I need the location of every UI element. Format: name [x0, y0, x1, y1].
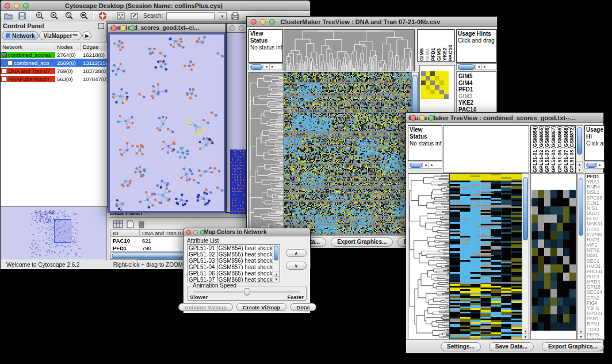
close-button[interactable] [111, 25, 117, 31]
gene-label: GIM5 [458, 73, 496, 80]
network-canvas-1[interactable] [108, 33, 225, 213]
delete-attribute-trash-icon[interactable] [136, 219, 147, 228]
treeview-button[interactable]: Export Graphics... [331, 237, 393, 247]
zoom-fit-button[interactable] [78, 12, 90, 21]
tv2-row-dendrogram[interactable] [408, 173, 450, 340]
scroll-left-icon[interactable]: ◂ [422, 162, 429, 168]
birdseye-view[interactable] [1, 206, 106, 259]
zoom-out-button[interactable] [35, 12, 45, 21]
scroll-up-icon[interactable]: ▴ [522, 328, 529, 334]
annotation-button[interactable] [129, 12, 140, 21]
toolbar-separator [93, 12, 94, 20]
new-attribute-icon[interactable] [125, 220, 135, 229]
network-table-row[interactable]: DNA and Tran 07 769(0) 183728(0) [1, 67, 107, 75]
tv2-column-labels[interactable]: GPL51-01 (GSM854)GPL51-02 (GSM855)GPL51-… [530, 125, 576, 173]
status-welcome: Welcome to Cytoscape 2.6.2 [6, 262, 80, 268]
tv1-row-dendrogram[interactable] [248, 72, 284, 237]
zoom-button[interactable] [200, 230, 205, 235]
id-column-header[interactable]: ID [111, 230, 140, 236]
open-file-button[interactable] [3, 12, 14, 21]
column-edges[interactable]: Edges [81, 43, 105, 51]
zoom-button[interactable] [129, 25, 135, 31]
tv2-gene-list[interactable]: PFD1YRA1RNR4MSL1SPC98CLN1NIS1BUD4ELG1MAK… [585, 173, 605, 340]
close-button[interactable] [230, 25, 235, 31]
minimize-button[interactable] [239, 25, 244, 31]
scroll-right-icon[interactable]: ▸ [429, 162, 435, 168]
tv2-column-dendrogram-area[interactable] [443, 125, 529, 173]
scroll-down-icon[interactable]: ▾ [522, 334, 529, 339]
tv1-hints-hscrollbar[interactable]: ◂▸ [456, 63, 497, 70]
scroll-left-icon[interactable]: ◂ [475, 64, 481, 70]
tv1-column-labels[interactable]: GIM5GIM4PFD1GIM3YKE2PAC10 [417, 29, 455, 62]
scroll-left-icon[interactable]: ◂ [263, 64, 269, 70]
usage-hints-heading: Usage Hi [585, 126, 604, 140]
column-nodes[interactable]: Nodes [55, 43, 81, 51]
close-button[interactable] [186, 230, 191, 235]
minimize-button[interactable] [260, 19, 266, 25]
zoom-in-button[interactable] [49, 12, 60, 21]
save-button[interactable] [17, 12, 27, 21]
dialog-button[interactable]: Animate Vizmap [178, 303, 233, 311]
attribute-list[interactable]: GPL51-01 (GSM854) heat shock 05 minGPL51… [187, 244, 280, 282]
main-titlebar[interactable]: Cytoscape Desktop (Session Name: collins… [1, 1, 310, 11]
tv1-column-dendrogram[interactable] [284, 29, 415, 71]
scroll-right-icon[interactable]: ▸ [269, 64, 276, 70]
attribute-list-vscrollbar[interactable]: ▴ ▾ [273, 245, 280, 282]
move-up-button[interactable]: ∧ [286, 249, 307, 257]
tv2-collabel-vscrollbar[interactable]: ▴ ▾ [576, 125, 583, 173]
treeview-button[interactable]: Save Data... [489, 342, 534, 351]
animation-speed-slider[interactable] [193, 292, 300, 293]
tv2-detail-heatmap[interactable] [531, 190, 576, 331]
tv1-status-hscrollbar[interactable]: ◂▸ [248, 63, 283, 70]
scroll-down-icon[interactable]: ▾ [273, 276, 280, 282]
scroll-right-icon[interactable]: ▸ [596, 162, 603, 168]
vizmap-button[interactable] [116, 12, 126, 21]
search-dropdown-icon[interactable]: ▾ [218, 12, 227, 20]
dialog-button[interactable]: Create Vizmap [236, 303, 286, 311]
scroll-right-icon[interactable]: ▸ [481, 64, 488, 70]
tv1-global-heatmap[interactable] [284, 72, 411, 237]
move-down-button[interactable]: ∨ [286, 262, 307, 270]
tv2-usage-hints: Usage Hi Click an [584, 125, 605, 161]
zoom-button[interactable] [23, 3, 29, 9]
resize-grip[interactable] [303, 306, 309, 312]
network-table-row[interactable]: combined_sco 2569(6) 13112(15) [1, 59, 107, 67]
network-table-row[interactable]: RNAPuberNov2+ 563(0) 107847(0) [1, 75, 107, 83]
minimize-button[interactable] [419, 115, 425, 121]
control-panel-tab[interactable]: ▶ [82, 31, 91, 40]
resize-grip[interactable] [596, 346, 603, 352]
tv2-detail-vscrollbar[interactable]: ▴ ▾ [577, 173, 584, 340]
report-button[interactable] [230, 12, 241, 21]
zoom-selected-button[interactable] [63, 12, 75, 21]
scroll-up-icon[interactable]: ▴ [576, 161, 583, 167]
scroll-down-icon[interactable]: ▾ [576, 167, 583, 173]
control-panel-tab[interactable]: Network [2, 31, 39, 40]
treeview-button[interactable]: Settings... [441, 342, 481, 351]
tv2-status-hscrollbar[interactable]: ◂▸ [408, 162, 442, 168]
help-lifesaver-button[interactable] [97, 12, 108, 21]
close-button[interactable] [251, 19, 257, 25]
float-panel-icon[interactable] [98, 23, 104, 29]
control-panel-tab[interactable]: VizMapper™ [39, 31, 82, 40]
birdseye-viewport-rect[interactable] [54, 219, 71, 243]
tv2-heatmap-vscrollbar[interactable]: ▴ ▾ [522, 173, 529, 340]
close-button[interactable] [410, 115, 416, 121]
tv1-mini-heatmap[interactable] [421, 71, 449, 99]
minimize-button[interactable] [120, 25, 126, 31]
zoom-button[interactable] [429, 115, 434, 121]
search-input[interactable] [166, 12, 215, 20]
slider-thumb[interactable] [244, 288, 250, 296]
view-status-heading: View Status [408, 126, 442, 140]
treeview-button[interactable]: Export Graphics... [542, 342, 604, 351]
attribute-select-icon[interactable] [112, 220, 124, 229]
scroll-down-icon[interactable]: ▾ [578, 334, 584, 339]
minimize-button[interactable] [14, 3, 20, 9]
network-table-row[interactable]: combined_scores 2764(0) 16218(0) [1, 51, 107, 59]
minimize-button[interactable] [193, 230, 198, 235]
close-button[interactable] [5, 3, 10, 9]
scroll-up-icon[interactable]: ▴ [578, 328, 584, 334]
tv2-global-heatmap[interactable] [449, 173, 522, 340]
zoom-button[interactable] [269, 19, 275, 25]
column-network[interactable]: Network [1, 43, 55, 51]
tv2-hints-hscrollbar[interactable]: ▸ [584, 162, 605, 168]
